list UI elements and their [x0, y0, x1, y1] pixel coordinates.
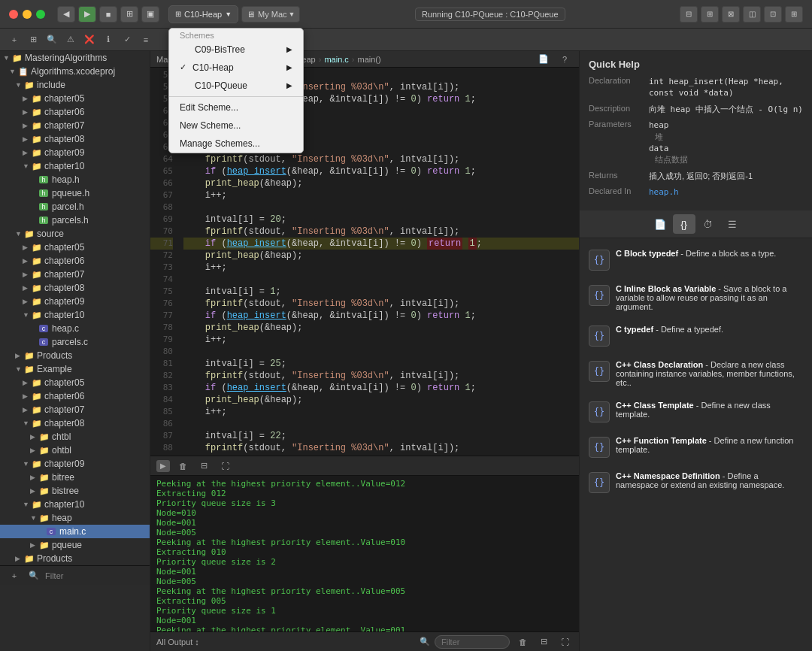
rp-item-c-typedef[interactable]: {} C typedef - Define a typedef.	[584, 319, 807, 353]
back-button[interactable]: ◀	[57, 6, 75, 23]
split-button[interactable]: ⊟	[195, 459, 212, 474]
layout-btn3[interactable]: ⊞	[785, 6, 803, 23]
sidebar-item-chtbl[interactable]: ▶ 📁 chtbl	[0, 430, 150, 444]
sidebar-item-bitree1[interactable]: ▶ 📁 bitree	[0, 471, 150, 484]
sidebar-item-ch05-src[interactable]: ▶ 📁 chapter05	[0, 241, 150, 254]
sidebar-item-ch08-src[interactable]: ▶ 📁 chapter08	[0, 281, 150, 295]
play-button[interactable]: ▶	[78, 6, 96, 23]
scheme-selector[interactable]: ⊞ C10-Heap ▼	[168, 5, 238, 23]
clear-terminal-btn[interactable]: 🗑	[514, 634, 531, 649]
bottom-panel-toggle[interactable]: ⊞	[701, 6, 719, 23]
sidebar-item-ohtbl[interactable]: ▶ 📁 ohtbl	[0, 444, 150, 457]
rp-item-cpp-class-template[interactable]: {} C++ Class Template - Define a new cla…	[584, 395, 807, 428]
rp-item-c-inline-block[interactable]: {} C Inline Block as Variable - Save a b…	[584, 278, 807, 317]
terminal-icon[interactable]: ▶	[156, 460, 170, 472]
rp-tab-history[interactable]: ⏱	[697, 214, 720, 234]
sidebar-item-label: Example	[37, 364, 72, 374]
layout-toggle[interactable]: ⊞	[120, 6, 138, 23]
sidebar-item-ch05-inc[interactable]: ▶ 📁 chapter05	[0, 92, 150, 105]
edit-scheme-item[interactable]: Edit Scheme...	[169, 98, 303, 117]
thread-btn[interactable]: ≡	[138, 32, 154, 47]
stop-button[interactable]: ■	[99, 6, 117, 23]
layout-btn2[interactable]: ⊡	[764, 6, 782, 23]
sidebar-item-heaph[interactable]: ▶ h heap.h	[0, 173, 150, 186]
terminal-line: Node=001	[156, 567, 573, 577]
sidebar-item-bistree[interactable]: ▶ 📁 bistree	[0, 484, 150, 498]
sidebar-item-parcelh[interactable]: ▶ h parcel.h	[0, 200, 150, 213]
sidebar-item-products2[interactable]: ▶ 📁 Products	[0, 552, 150, 565]
rp-item-cpp-class-decl[interactable]: {} C++ Class Declaration - Declare a new…	[584, 354, 807, 393]
fullscreen-button[interactable]: ⛶	[217, 459, 233, 474]
sidebar-item-xcodeproj[interactable]: ▼ 📋 Algorithms.xcodeproj	[0, 65, 150, 78]
bc-mainc[interactable]: main.c	[324, 55, 348, 64]
sidebar-item-ch10-inc[interactable]: ▼ 📁 chapter10	[0, 159, 150, 173]
rp-item-c-block-typedef[interactable]: {} C Block typedef - Define a block as a…	[584, 243, 807, 277]
error-btn[interactable]: ❌	[81, 32, 98, 47]
sidebar-item-ch06-ex[interactable]: ▶ 📁 chapter06	[0, 389, 150, 403]
sidebar-item-mastering[interactable]: ▼ 📁 MasteringAlgorithms	[0, 51, 150, 65]
sidebar-item-products1[interactable]: ▶ 📁 Products	[0, 349, 150, 362]
sidebar-item-ch09-src[interactable]: ▶ 📁 chapter09	[0, 295, 150, 308]
scheme-dropdown[interactable]: ⊞ C10-Heap ▼ Schemes C09-BisTree C10-Hea…	[168, 5, 238, 23]
maximize-button[interactable]	[36, 10, 45, 19]
search-btn[interactable]: 🔍	[44, 32, 60, 47]
info-btn[interactable]: ℹ	[100, 32, 117, 47]
expand-btn[interactable]: ⛶	[556, 634, 573, 649]
right-panel-toggle[interactable]: ⊠	[722, 6, 740, 23]
code-line	[183, 346, 579, 358]
minimize-button[interactable]	[23, 10, 32, 19]
sidebar-item-heapc[interactable]: ▶ c heap.c	[0, 322, 150, 335]
layout-btn1[interactable]: ◫	[743, 6, 761, 23]
help-button[interactable]: ?	[556, 52, 573, 67]
sidebar-item-ch07-ex[interactable]: ▶ 📁 chapter07	[0, 403, 150, 416]
sidebar-item-pqueue-folder[interactable]: ▶ 📁 pqueue	[0, 538, 150, 552]
sidebar-item-include[interactable]: ▼ 📁 include	[0, 78, 150, 92]
new-scheme-item[interactable]: New Scheme...	[169, 117, 303, 135]
rp-tab-list[interactable]: ☰	[721, 214, 744, 234]
clear-button[interactable]: 🗑	[174, 459, 191, 474]
expand-arrow: ▶	[23, 284, 32, 292]
add-item-button[interactable]: +	[6, 568, 23, 583]
left-panel-toggle[interactable]: ⊟	[680, 6, 698, 23]
sidebar-item-heap-folder[interactable]: ▼ 📁 heap	[0, 511, 150, 525]
sidebar-item-ch09-inc[interactable]: ▶ 📁 chapter09	[0, 146, 150, 159]
sidebar-item-ch06-src[interactable]: ▶ 📁 chapter06	[0, 254, 150, 268]
sidebar-item-ch08-inc[interactable]: ▶ 📁 chapter08	[0, 132, 150, 146]
sidebar-item-source[interactable]: ▼ 📁 source	[0, 227, 150, 241]
grid-btn[interactable]: ⊞	[25, 32, 41, 47]
sidebar-item-example[interactable]: ▼ 📁 Example	[0, 362, 150, 376]
file-info-button[interactable]: 📄	[535, 52, 552, 67]
sidebar-item-ch08-ex[interactable]: ▼ 📁 chapter08	[0, 416, 150, 430]
layout-toggle2[interactable]: ▣	[141, 6, 159, 23]
sidebar-item-ch05-ex[interactable]: ▶ 📁 chapter05	[0, 376, 150, 389]
sidebar-item-ch10-src[interactable]: ▼ 📁 chapter10	[0, 308, 150, 322]
check-btn[interactable]: ✓	[119, 32, 135, 47]
warning-btn[interactable]: ⚠	[62, 32, 79, 47]
sidebar-item-ch07-inc[interactable]: ▶ 📁 chapter07	[0, 119, 150, 132]
sidebar-item-ch10-ex[interactable]: ▼ 📁 chapter10	[0, 498, 150, 511]
rp-tab-quickhelp[interactable]: {}	[673, 214, 695, 234]
sidebar-item-parcelsc[interactable]: ▶ c parcels.c	[0, 335, 150, 349]
rp-item-cpp-namespace[interactable]: {} C++ Namespace Definition - Define a n…	[584, 465, 807, 499]
scheme-pqueue[interactable]: C10-PQueue	[169, 77, 303, 95]
sidebar-item-parcelsh[interactable]: ▶ h parcels.h	[0, 213, 150, 227]
split-view-btn[interactable]: ⊟	[535, 634, 552, 649]
rp-item-cpp-fn-template[interactable]: {} C++ Function Template - Define a new …	[584, 430, 807, 464]
manage-schemes-item[interactable]: Manage Schemes...	[169, 135, 303, 153]
bc-mainfn[interactable]: main()	[358, 55, 381, 64]
close-button[interactable]	[9, 10, 18, 19]
sidebar-item-pqueueh[interactable]: ▶ h pqueue.h	[0, 186, 150, 200]
add-button[interactable]: +	[6, 32, 23, 47]
folder-icon: 📁	[24, 554, 35, 564]
rp-tab-file[interactable]: 📄	[649, 214, 671, 234]
terminal-filter-input[interactable]	[435, 635, 510, 649]
sidebar-item-ch09-ex[interactable]: ▼ 📁 chapter09	[0, 457, 150, 471]
scheme-bistree[interactable]: C09-BisTree	[169, 41, 303, 59]
sidebar-item-ch06-inc[interactable]: ▶ 📁 chapter06	[0, 105, 150, 119]
scheme-heap[interactable]: C10-Heap	[169, 59, 303, 77]
qh-declared-link[interactable]: heap.h	[649, 186, 803, 198]
device-selector[interactable]: 🖥 My Mac ▼	[241, 6, 300, 23]
sidebar-item-ch07-src[interactable]: ▶ 📁 chapter07	[0, 268, 150, 281]
filter-button[interactable]: 🔍	[26, 568, 42, 583]
sidebar-item-mainc[interactable]: ▶ c main.c	[0, 525, 150, 538]
